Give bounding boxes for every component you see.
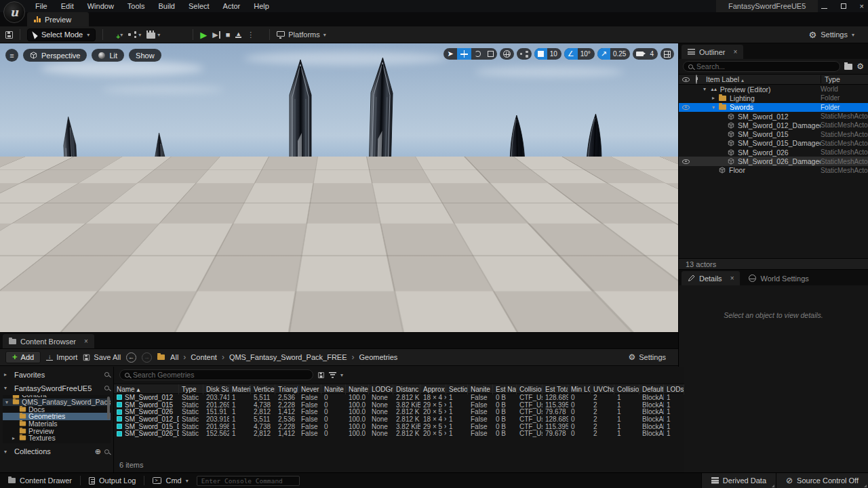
column-collision[interactable]: Collision [614,384,639,394]
rotation-snap-control[interactable]: ∠ 10° [564,48,595,60]
column-disk-siz[interactable]: Disk Siz [203,384,229,394]
tab-details[interactable]: Details × [682,271,740,285]
angle-snap-value[interactable]: 10° [578,50,595,58]
expand-arrow-icon[interactable]: ▸ [712,95,719,101]
close-tab-icon[interactable]: × [734,48,738,56]
outliner-row-sm-sword-012[interactable]: SM_Sword_012StaticMeshActor [679,112,868,121]
folder-textures[interactable]: ▸Textures [3,434,111,442]
outliner-row-lighting[interactable]: ▸LightingFolder [679,94,868,102]
add-actor-dropdown[interactable]: + ▾ [110,30,123,39]
back-button[interactable]: ← [126,352,136,363]
import-button[interactable]: ↓ Import [46,353,77,361]
eject-button[interactable]: ▲ [235,31,241,38]
breadcrumb-all[interactable]: All [170,353,178,361]
eye-icon[interactable] [682,159,690,164]
column-nanite-v[interactable]: Nanite V [321,384,346,394]
maximize-viewport-button[interactable] [660,48,674,60]
menu-build[interactable]: Build [152,1,182,12]
close-tab-icon[interactable]: × [84,338,88,345]
menu-edit[interactable]: Edit [54,1,81,12]
close-button[interactable]: × [860,2,864,10]
content-browser-settings[interactable]: ⚙ Settings [628,353,673,362]
column-est-nani[interactable]: Est Nani [493,384,517,394]
stop-button[interactable]: ■ [226,31,231,39]
column-sections[interactable]: Sections [446,384,468,394]
column-name-[interactable]: Name ▴ [114,384,179,394]
tab-outliner[interactable]: Outliner × [682,45,743,59]
asset-row-sm-sword-012-dar[interactable]: SM_Sword_012_DarStatic203.91815,5112,536… [114,415,684,423]
outliner-row-sm-sword-012-damaged[interactable]: SM_Sword_012_DamagedStaticMeshActor [679,121,868,129]
tab-world-settings[interactable]: World Settings [743,271,814,285]
asset-table-header[interactable]: Name ▴TypeDisk SizMaterialVerticesTriang… [114,384,684,394]
column-material[interactable]: Material [229,384,251,394]
save-search-icon[interactable] [318,372,324,378]
source-control-button[interactable]: ⊘ Source Control Off [776,473,868,488]
expand-arrow-icon[interactable]: ▾ [703,86,710,92]
outliner-search-input[interactable] [696,62,835,70]
outliner-row-sm-sword-015[interactable]: SM_Sword_015StaticMeshActor [679,129,868,138]
column-uvchan[interactable]: UVChan [591,384,614,394]
item-label-column[interactable]: Item Label ▴ [703,75,821,83]
asset-row-sm-sword-015-dar[interactable]: SM_Sword_015_DarStatic201.99814,7382,228… [114,423,684,430]
column-lods[interactable]: LODs [664,384,684,394]
column-nanite-f[interactable]: Nanite F [346,384,369,394]
level-viewport[interactable]: ≡ Perspective Lit Show ➤ 10 [0,43,678,332]
chevron-down-icon[interactable]: ▾ [340,372,343,378]
outliner-row-sm-sword-026[interactable]: SM_Sword_026StaticMeshActor [679,148,868,157]
minimize-button[interactable] [821,2,827,10]
tree-scrollbar[interactable] [107,396,110,420]
grid-snap-value[interactable]: 10 [547,50,561,58]
filter-icon[interactable] [329,372,336,378]
expand-arrow-icon[interactable]: ▾ [712,104,719,110]
breadcrumb-content[interactable]: Content [191,353,217,361]
column-vertices[interactable]: Vertices [251,384,275,394]
show-dropdown[interactable]: Show [129,49,161,62]
move-tool-button[interactable] [457,48,471,60]
select-tool-button[interactable]: ➤ [443,48,456,60]
perspective-dropdown[interactable]: Perspective [23,49,87,62]
asset-row-sm-sword-026-dar[interactable]: SM_Sword_026_DarStatic152.56212,8121,412… [114,430,684,437]
platforms-dropdown[interactable]: Platforms ▾ [277,30,326,39]
tab-content-browser[interactable]: Content Browser × [3,334,94,348]
grid-snap-control[interactable]: 10 [534,48,561,60]
surface-snapping-button[interactable] [517,48,532,60]
menu-help[interactable]: Help [247,1,276,12]
select-mode-dropdown[interactable]: Select Mode ▾ [27,28,96,41]
column-approx[interactable]: Approx [420,384,446,394]
breadcrumb-qms-fantasy-sword-pack-free[interactable]: QMS_Fantasy_Sword_Pack_FREE [229,353,347,361]
scale-snap-value[interactable]: 0.25 [610,50,630,58]
eye-icon[interactable] [682,105,690,110]
editor-settings-dropdown[interactable]: ⚙ Settings ▾ [809,30,863,39]
outliner-row-floor[interactable]: FloorStaticMeshActor [679,166,868,175]
cmd-dropdown[interactable]: >_ Cmd ▾ [144,473,196,488]
search-icon[interactable] [104,386,109,390]
folder-qms-fantasy-sword-pack-f[interactable]: ▾QMS_Fantasy_Sword_Pack_F [3,399,111,406]
blueprints-dropdown[interactable]: ▾ [128,31,141,38]
save-all-button[interactable]: Save All [83,353,121,361]
maximize-button[interactable] [841,2,846,10]
search-icon[interactable] [104,372,109,377]
camera-speed-control[interactable]: 4 [633,48,658,60]
play-button[interactable]: ▶ [200,30,207,39]
project-section[interactable]: ▾FantasySwordFreeUE5 [0,382,113,394]
outliner-row-preview-editor-[interactable]: ▾▲▲Preview (Editor)World [679,85,868,94]
column-min-lod[interactable]: Min LOD [568,384,591,394]
rotate-tool-button[interactable] [471,48,484,60]
column-lodgro[interactable]: LODGro [369,384,393,394]
add-button[interactable]: + Add [5,351,41,363]
favorites-section[interactable]: ▸Favorites [0,369,113,380]
scale-snap-control[interactable]: ↗ 0.25 [597,48,631,60]
close-tab-icon[interactable]: × [730,274,734,282]
console-command-input[interactable] [197,476,300,486]
column-default[interactable]: Default [639,384,664,394]
pin-column-icon[interactable] [696,75,697,84]
column-nanite-e[interactable]: Nanite E [468,384,493,394]
asset-search[interactable] [119,369,313,380]
asset-row-sm-sword-015[interactable]: SM_Sword_015Static201.26914,7382,228Fals… [114,401,684,409]
play-options-button[interactable]: ⋮ [247,30,254,39]
viewport-options-menu[interactable]: ≡ [5,49,18,62]
asset-search-input[interactable] [133,371,308,379]
tab-preview[interactable]: Preview [27,12,89,26]
content-drawer-button[interactable]: Content Drawer [0,473,80,488]
breadcrumb-geometries[interactable]: Geometries [359,353,398,361]
